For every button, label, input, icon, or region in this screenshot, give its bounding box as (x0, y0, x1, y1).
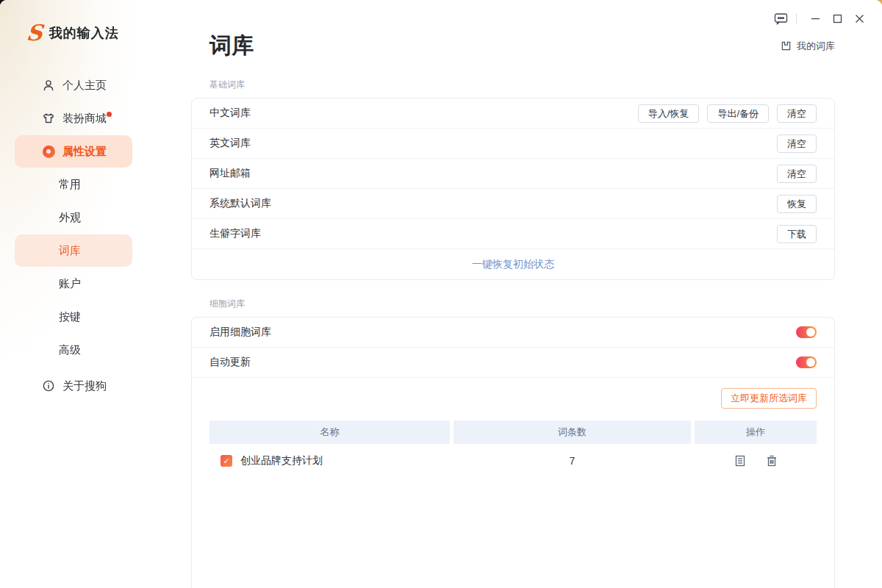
import-restore-button[interactable]: 导入/恢复 (638, 104, 700, 123)
sidebar-item-lexicon[interactable]: 词库 (15, 234, 132, 267)
enable-cell-toggle[interactable] (796, 326, 817, 338)
row-label: 启用细胞词库 (209, 326, 271, 339)
sidebar-item-label: 个人主页 (62, 79, 107, 93)
sidebar-item-appearance[interactable]: 外观 (15, 201, 132, 234)
sidebar-item-label: 词库 (59, 244, 81, 258)
app-window: S 我的输入法 个人主页 装扮商城 属性设置 常用 外观 词库 (0, 0, 882, 588)
sogou-s-logo-icon: S (25, 22, 43, 44)
sidebar-item-common[interactable]: 常用 (15, 168, 132, 201)
row-enable-cell: 启用细胞词库 (192, 318, 834, 348)
minimize-button[interactable] (804, 9, 826, 28)
tshirt-icon (41, 111, 56, 126)
auto-update-toggle[interactable] (796, 356, 817, 368)
sidebar-item-about[interactable]: 关于搜狗 (15, 370, 132, 402)
row-label: 生僻字词库 (209, 227, 261, 240)
close-button[interactable] (848, 9, 870, 28)
trash-icon[interactable] (766, 455, 778, 467)
sidebar-item-label: 常用 (59, 178, 81, 192)
row-url-email: 网址邮箱 清空 (192, 159, 834, 189)
content-area: 词库 我的词库 基础词库 中文词库 导入/恢复 导出/备份 清空 (191, 31, 835, 588)
clear-button[interactable]: 清空 (777, 135, 817, 153)
row-rare-chars: 生僻字词库 下载 (192, 219, 834, 249)
sidebar-item-shop[interactable]: 装扮商城 (15, 102, 132, 135)
export-backup-button[interactable]: 导出/备份 (707, 104, 769, 123)
download-button[interactable]: 下载 (777, 225, 817, 243)
page-title: 词库 (209, 31, 254, 61)
sidebar-item-label: 装扮商城 (62, 112, 107, 126)
basic-lexicon-card: 中文词库 导入/恢复 导出/备份 清空 英文词库 清空 网址邮箱 (191, 98, 835, 280)
sidebar-item-label: 账户 (59, 277, 81, 291)
sidebar-item-settings[interactable]: 属性设置 (15, 135, 132, 168)
one-key-reset-link[interactable]: 一键恢复初始状态 (472, 258, 554, 271)
main-panel: 词库 我的词库 基础词库 中文词库 导入/恢复 导出/备份 清空 (147, 0, 882, 588)
app-logo: S 我的输入法 (0, 22, 147, 44)
entry-count: 7 (453, 455, 691, 467)
cell-section-label: 细胞词库 (209, 298, 835, 310)
bookmark-box-icon (781, 40, 792, 51)
cell-lexicon-card: 启用细胞词库 自动更新 立即更新所选词库 名称 词条数 操作 (191, 317, 835, 588)
sidebar: S 我的输入法 个人主页 装扮商城 属性设置 常用 外观 词库 (0, 0, 147, 588)
clear-button[interactable]: 清空 (777, 165, 817, 183)
sidebar-item-label: 按键 (59, 310, 81, 324)
my-lexicon-button[interactable]: 我的词库 (781, 40, 835, 53)
sidebar-item-profile[interactable]: 个人主页 (15, 69, 132, 101)
update-selected-button[interactable]: 立即更新所选词库 (721, 388, 817, 409)
row-auto-update: 自动更新 (192, 348, 834, 378)
user-icon (41, 78, 56, 93)
update-row: 立即更新所选词库 (192, 378, 834, 410)
row-english-lexicon: 英文词库 清空 (192, 129, 834, 159)
row-system-default: 系统默认词库 恢复 (192, 189, 834, 219)
sidebar-item-account[interactable]: 账户 (15, 268, 132, 300)
table-header: 名称 词条数 操作 (209, 420, 817, 444)
sidebar-item-label: 高级 (59, 343, 81, 357)
row-label: 系统默认词库 (209, 197, 271, 210)
row-label: 英文词库 (209, 137, 251, 150)
window-controls (770, 9, 870, 28)
info-icon (41, 379, 56, 393)
settings-donut-icon (41, 144, 56, 159)
feedback-icon[interactable] (770, 9, 792, 28)
row-reset-link: 一键恢复初始状态 (192, 249, 834, 279)
row-label: 网址邮箱 (209, 167, 251, 180)
my-lexicon-label: 我的词库 (797, 40, 835, 53)
maximize-button[interactable] (826, 9, 848, 28)
sidebar-item-label: 外观 (59, 211, 81, 225)
restore-button[interactable]: 恢复 (777, 195, 817, 213)
row-chinese-lexicon: 中文词库 导入/恢复 导出/备份 清空 (192, 98, 834, 129)
lexicon-name: 创业品牌支持计划 (240, 454, 323, 467)
basic-section-label: 基础词库 (209, 79, 835, 91)
controls-divider (796, 13, 797, 24)
sidebar-item-keys[interactable]: 按键 (15, 301, 132, 333)
table-row: ✓ 创业品牌支持计划 7 (209, 444, 817, 478)
sidebar-item-label: 属性设置 (62, 145, 107, 159)
cell-lexicon-table: 名称 词条数 操作 ✓ 创业品牌支持计划 7 (209, 420, 817, 478)
detail-document-icon[interactable] (734, 455, 746, 467)
clear-button[interactable]: 清空 (777, 104, 817, 123)
sidebar-item-label: 关于搜狗 (62, 379, 107, 393)
sidebar-item-advanced[interactable]: 高级 (15, 334, 132, 366)
row-label: 自动更新 (209, 356, 251, 369)
row-checkbox[interactable]: ✓ (220, 455, 232, 467)
row-label: 中文词库 (209, 107, 251, 120)
header-operations: 操作 (695, 420, 817, 444)
notification-dot (107, 112, 112, 117)
app-title: 我的输入法 (49, 24, 119, 42)
header-count: 词条数 (453, 420, 691, 444)
header-name: 名称 (209, 420, 450, 444)
